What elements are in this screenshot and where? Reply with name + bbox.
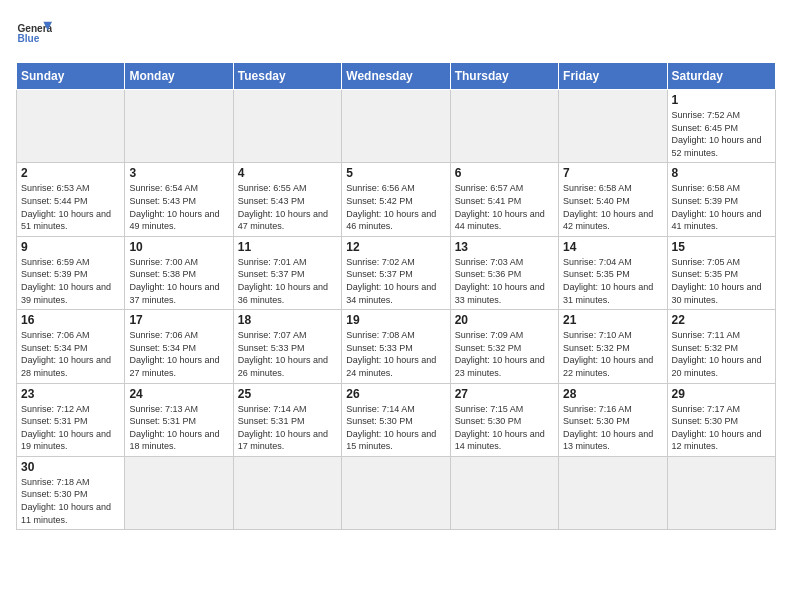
day-number: 4 [238, 166, 337, 180]
calendar-cell [342, 90, 450, 163]
day-info: Sunrise: 7:06 AM Sunset: 5:34 PM Dayligh… [21, 329, 120, 379]
calendar-cell: 24Sunrise: 7:13 AM Sunset: 5:31 PM Dayli… [125, 383, 233, 456]
weekday-header-tuesday: Tuesday [233, 63, 341, 90]
day-info: Sunrise: 6:54 AM Sunset: 5:43 PM Dayligh… [129, 182, 228, 232]
day-number: 20 [455, 313, 554, 327]
day-info: Sunrise: 7:00 AM Sunset: 5:38 PM Dayligh… [129, 256, 228, 306]
weekday-header-wednesday: Wednesday [342, 63, 450, 90]
day-number: 10 [129, 240, 228, 254]
day-info: Sunrise: 7:07 AM Sunset: 5:33 PM Dayligh… [238, 329, 337, 379]
day-info: Sunrise: 6:58 AM Sunset: 5:39 PM Dayligh… [672, 182, 771, 232]
calendar-cell: 5Sunrise: 6:56 AM Sunset: 5:42 PM Daylig… [342, 163, 450, 236]
day-number: 7 [563, 166, 662, 180]
weekday-header-row: SundayMondayTuesdayWednesdayThursdayFrid… [17, 63, 776, 90]
day-info: Sunrise: 7:14 AM Sunset: 5:30 PM Dayligh… [346, 403, 445, 453]
calendar-cell: 16Sunrise: 7:06 AM Sunset: 5:34 PM Dayli… [17, 310, 125, 383]
day-info: Sunrise: 6:55 AM Sunset: 5:43 PM Dayligh… [238, 182, 337, 232]
day-info: Sunrise: 7:03 AM Sunset: 5:36 PM Dayligh… [455, 256, 554, 306]
calendar-cell: 11Sunrise: 7:01 AM Sunset: 5:37 PM Dayli… [233, 236, 341, 309]
day-info: Sunrise: 7:02 AM Sunset: 5:37 PM Dayligh… [346, 256, 445, 306]
day-info: Sunrise: 7:13 AM Sunset: 5:31 PM Dayligh… [129, 403, 228, 453]
day-number: 9 [21, 240, 120, 254]
calendar-cell: 9Sunrise: 6:59 AM Sunset: 5:39 PM Daylig… [17, 236, 125, 309]
calendar-cell: 2Sunrise: 6:53 AM Sunset: 5:44 PM Daylig… [17, 163, 125, 236]
calendar-cell: 8Sunrise: 6:58 AM Sunset: 5:39 PM Daylig… [667, 163, 775, 236]
calendar-cell [125, 456, 233, 529]
calendar-cell [559, 90, 667, 163]
calendar-table: SundayMondayTuesdayWednesdayThursdayFrid… [16, 62, 776, 530]
day-info: Sunrise: 7:06 AM Sunset: 5:34 PM Dayligh… [129, 329, 228, 379]
day-number: 28 [563, 387, 662, 401]
calendar-cell: 17Sunrise: 7:06 AM Sunset: 5:34 PM Dayli… [125, 310, 233, 383]
day-number: 3 [129, 166, 228, 180]
calendar-cell: 6Sunrise: 6:57 AM Sunset: 5:41 PM Daylig… [450, 163, 558, 236]
day-info: Sunrise: 7:16 AM Sunset: 5:30 PM Dayligh… [563, 403, 662, 453]
day-info: Sunrise: 7:09 AM Sunset: 5:32 PM Dayligh… [455, 329, 554, 379]
day-info: Sunrise: 6:56 AM Sunset: 5:42 PM Dayligh… [346, 182, 445, 232]
day-info: Sunrise: 6:59 AM Sunset: 5:39 PM Dayligh… [21, 256, 120, 306]
svg-text:Blue: Blue [17, 33, 39, 44]
day-info: Sunrise: 7:15 AM Sunset: 5:30 PM Dayligh… [455, 403, 554, 453]
calendar-body: 1Sunrise: 7:52 AM Sunset: 6:45 PM Daylig… [17, 90, 776, 530]
day-number: 1 [672, 93, 771, 107]
day-number: 26 [346, 387, 445, 401]
day-number: 27 [455, 387, 554, 401]
day-info: Sunrise: 7:05 AM Sunset: 5:35 PM Dayligh… [672, 256, 771, 306]
calendar-cell: 4Sunrise: 6:55 AM Sunset: 5:43 PM Daylig… [233, 163, 341, 236]
day-info: Sunrise: 6:57 AM Sunset: 5:41 PM Dayligh… [455, 182, 554, 232]
calendar-cell: 20Sunrise: 7:09 AM Sunset: 5:32 PM Dayli… [450, 310, 558, 383]
day-number: 25 [238, 387, 337, 401]
calendar-cell: 13Sunrise: 7:03 AM Sunset: 5:36 PM Dayli… [450, 236, 558, 309]
day-info: Sunrise: 7:11 AM Sunset: 5:32 PM Dayligh… [672, 329, 771, 379]
day-number: 6 [455, 166, 554, 180]
day-number: 24 [129, 387, 228, 401]
calendar-cell: 21Sunrise: 7:10 AM Sunset: 5:32 PM Dayli… [559, 310, 667, 383]
day-number: 5 [346, 166, 445, 180]
calendar-week-row-2: 9Sunrise: 6:59 AM Sunset: 5:39 PM Daylig… [17, 236, 776, 309]
day-number: 8 [672, 166, 771, 180]
calendar-cell [667, 456, 775, 529]
calendar-cell: 27Sunrise: 7:15 AM Sunset: 5:30 PM Dayli… [450, 383, 558, 456]
logo-icon: General Blue [16, 16, 52, 52]
day-info: Sunrise: 7:08 AM Sunset: 5:33 PM Dayligh… [346, 329, 445, 379]
day-number: 23 [21, 387, 120, 401]
calendar-cell [559, 456, 667, 529]
day-number: 2 [21, 166, 120, 180]
day-number: 21 [563, 313, 662, 327]
calendar-cell [450, 90, 558, 163]
weekday-header-saturday: Saturday [667, 63, 775, 90]
weekday-header-monday: Monday [125, 63, 233, 90]
calendar-cell [233, 90, 341, 163]
calendar-cell: 29Sunrise: 7:17 AM Sunset: 5:30 PM Dayli… [667, 383, 775, 456]
day-number: 30 [21, 460, 120, 474]
day-number: 14 [563, 240, 662, 254]
calendar-week-row-3: 16Sunrise: 7:06 AM Sunset: 5:34 PM Dayli… [17, 310, 776, 383]
day-number: 13 [455, 240, 554, 254]
calendar-cell [125, 90, 233, 163]
calendar-cell [233, 456, 341, 529]
calendar-cell: 25Sunrise: 7:14 AM Sunset: 5:31 PM Dayli… [233, 383, 341, 456]
day-info: Sunrise: 7:52 AM Sunset: 6:45 PM Dayligh… [672, 109, 771, 159]
calendar-week-row-4: 23Sunrise: 7:12 AM Sunset: 5:31 PM Dayli… [17, 383, 776, 456]
calendar-cell: 3Sunrise: 6:54 AM Sunset: 5:43 PM Daylig… [125, 163, 233, 236]
day-number: 18 [238, 313, 337, 327]
calendar-cell [450, 456, 558, 529]
day-info: Sunrise: 7:18 AM Sunset: 5:30 PM Dayligh… [21, 476, 120, 526]
logo: General Blue [16, 16, 56, 52]
day-info: Sunrise: 7:17 AM Sunset: 5:30 PM Dayligh… [672, 403, 771, 453]
day-info: Sunrise: 7:10 AM Sunset: 5:32 PM Dayligh… [563, 329, 662, 379]
calendar-cell: 15Sunrise: 7:05 AM Sunset: 5:35 PM Dayli… [667, 236, 775, 309]
calendar-cell: 30Sunrise: 7:18 AM Sunset: 5:30 PM Dayli… [17, 456, 125, 529]
weekday-header-thursday: Thursday [450, 63, 558, 90]
day-number: 29 [672, 387, 771, 401]
weekday-header-friday: Friday [559, 63, 667, 90]
calendar-week-row-1: 2Sunrise: 6:53 AM Sunset: 5:44 PM Daylig… [17, 163, 776, 236]
calendar-cell: 1Sunrise: 7:52 AM Sunset: 6:45 PM Daylig… [667, 90, 775, 163]
calendar-cell: 14Sunrise: 7:04 AM Sunset: 5:35 PM Dayli… [559, 236, 667, 309]
calendar-cell: 18Sunrise: 7:07 AM Sunset: 5:33 PM Dayli… [233, 310, 341, 383]
calendar-cell: 12Sunrise: 7:02 AM Sunset: 5:37 PM Dayli… [342, 236, 450, 309]
day-number: 16 [21, 313, 120, 327]
day-number: 15 [672, 240, 771, 254]
day-number: 11 [238, 240, 337, 254]
calendar-cell: 28Sunrise: 7:16 AM Sunset: 5:30 PM Dayli… [559, 383, 667, 456]
